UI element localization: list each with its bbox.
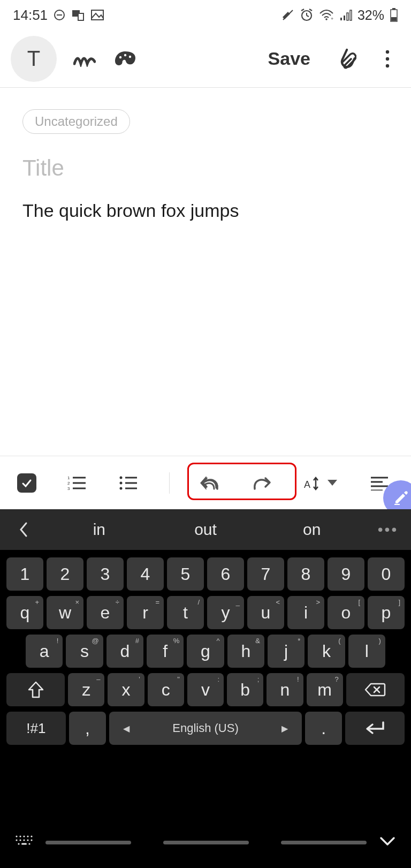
svg-point-11 bbox=[325, 18, 328, 20]
comma-key[interactable]: , bbox=[69, 712, 106, 745]
text-size-button[interactable]: A bbox=[302, 472, 339, 494]
key-hint: ] bbox=[398, 598, 400, 606]
more-button[interactable] bbox=[375, 46, 400, 72]
key-w[interactable]: w× bbox=[47, 596, 83, 629]
key-d[interactable]: d# bbox=[106, 635, 143, 668]
hide-keyboard-button[interactable] bbox=[379, 836, 396, 849]
key-a[interactable]: a! bbox=[26, 635, 63, 668]
key-5[interactable]: 5 bbox=[167, 557, 204, 591]
format-bar: 123 A bbox=[0, 456, 411, 509]
key-hint: * bbox=[298, 637, 300, 645]
key-4[interactable]: 4 bbox=[127, 557, 164, 591]
key-z[interactable]: z– bbox=[68, 673, 104, 706]
text-tool-button[interactable]: T bbox=[11, 36, 57, 82]
devices-icon bbox=[71, 9, 85, 21]
key-hint: " bbox=[177, 675, 180, 683]
key-v[interactable]: v: bbox=[187, 673, 224, 706]
svg-point-33 bbox=[120, 481, 123, 484]
category-chip[interactable]: Uncategorized bbox=[22, 109, 130, 134]
shift-key[interactable] bbox=[6, 673, 65, 706]
suggestion-more-button[interactable]: ••• bbox=[365, 521, 411, 538]
body-text[interactable]: The quick brown fox jumps bbox=[22, 200, 389, 221]
save-button[interactable]: Save bbox=[268, 48, 310, 69]
svg-marker-40 bbox=[328, 480, 337, 486]
status-bar: 14:51 + 32% bbox=[0, 0, 411, 30]
nav-home[interactable] bbox=[163, 841, 249, 844]
key-9[interactable]: 9 bbox=[328, 557, 364, 591]
nav-recents[interactable] bbox=[45, 841, 131, 844]
key-u[interactable]: u< bbox=[247, 596, 284, 629]
title-input[interactable]: Title bbox=[22, 155, 389, 181]
key-hint: ( bbox=[338, 637, 340, 645]
backspace-key[interactable] bbox=[346, 673, 405, 706]
key-hint: : bbox=[217, 675, 219, 683]
period-key[interactable]: . bbox=[305, 712, 342, 745]
attach-button[interactable] bbox=[334, 46, 360, 72]
key-n[interactable]: n! bbox=[267, 673, 303, 706]
space-key[interactable]: ◀ English (US) ▶ bbox=[109, 712, 302, 745]
suggestion-back-button[interactable] bbox=[0, 521, 46, 538]
key-hint: # bbox=[135, 637, 139, 645]
key-q[interactable]: q+ bbox=[6, 596, 43, 629]
editor-area[interactable]: Uncategorized Title The quick brown fox … bbox=[0, 88, 411, 243]
key-p[interactable]: p] bbox=[368, 596, 405, 629]
key-3[interactable]: 3 bbox=[87, 557, 124, 591]
key-k[interactable]: k( bbox=[308, 635, 345, 668]
key-e[interactable]: e÷ bbox=[87, 596, 124, 629]
svg-point-57 bbox=[27, 839, 28, 841]
checklist-button[interactable] bbox=[17, 473, 36, 493]
svg-text:3: 3 bbox=[67, 486, 70, 491]
svg-point-22 bbox=[129, 55, 131, 57]
enter-key[interactable] bbox=[345, 712, 405, 745]
key-f[interactable]: f% bbox=[147, 635, 184, 668]
svg-point-56 bbox=[23, 839, 25, 841]
svg-marker-46 bbox=[29, 682, 43, 697]
key-m[interactable]: m? bbox=[307, 673, 343, 706]
key-r[interactable]: r= bbox=[127, 596, 164, 629]
key-7[interactable]: 7 bbox=[247, 557, 284, 591]
key-g[interactable]: g^ bbox=[187, 635, 224, 668]
bullet-list-button[interactable] bbox=[118, 472, 139, 494]
key-y[interactable]: y_ bbox=[207, 596, 244, 629]
dnd-icon bbox=[53, 9, 66, 21]
svg-rect-18 bbox=[392, 8, 395, 10]
key-hint: ? bbox=[335, 675, 339, 683]
svg-point-55 bbox=[19, 839, 21, 841]
key-hint: @ bbox=[92, 637, 98, 645]
key-b[interactable]: b; bbox=[227, 673, 263, 706]
symbols-key[interactable]: !#1 bbox=[6, 712, 66, 745]
svg-rect-15 bbox=[347, 13, 348, 20]
suggestion-3[interactable]: on bbox=[258, 520, 365, 539]
key-j[interactable]: j* bbox=[268, 635, 305, 668]
nav-back[interactable] bbox=[281, 841, 367, 844]
redo-button[interactable] bbox=[251, 472, 272, 494]
key-l[interactable]: l) bbox=[348, 635, 385, 668]
signal-icon bbox=[339, 9, 352, 21]
image-icon bbox=[90, 9, 104, 21]
svg-point-51 bbox=[23, 835, 25, 837]
key-h[interactable]: h& bbox=[227, 635, 264, 668]
key-t[interactable]: t/ bbox=[167, 596, 204, 629]
key-s[interactable]: s@ bbox=[66, 635, 103, 668]
numbered-list-button[interactable]: 123 bbox=[66, 472, 88, 494]
undo-button[interactable] bbox=[200, 472, 221, 494]
palette-tool-button[interactable] bbox=[112, 46, 138, 72]
key-c[interactable]: c" bbox=[148, 673, 184, 706]
suggestion-1[interactable]: in bbox=[46, 520, 153, 539]
key-1[interactable]: 1 bbox=[6, 557, 43, 591]
suggestion-2[interactable]: out bbox=[153, 520, 259, 539]
keyboard-switch-button[interactable] bbox=[15, 835, 33, 850]
key-i[interactable]: i> bbox=[287, 596, 324, 629]
svg-point-20 bbox=[119, 56, 121, 58]
key-o[interactable]: o[ bbox=[328, 596, 364, 629]
svg-point-58 bbox=[31, 839, 32, 841]
key-hint: % bbox=[173, 637, 180, 645]
key-2[interactable]: 2 bbox=[47, 557, 83, 591]
key-6[interactable]: 6 bbox=[207, 557, 244, 591]
key-8[interactable]: 8 bbox=[287, 557, 324, 591]
svg-point-34 bbox=[120, 487, 123, 489]
key-x[interactable]: x' bbox=[108, 673, 144, 706]
key-0[interactable]: 0 bbox=[368, 557, 405, 591]
key-hint: & bbox=[255, 637, 260, 645]
draw-tool-button[interactable] bbox=[72, 46, 97, 72]
